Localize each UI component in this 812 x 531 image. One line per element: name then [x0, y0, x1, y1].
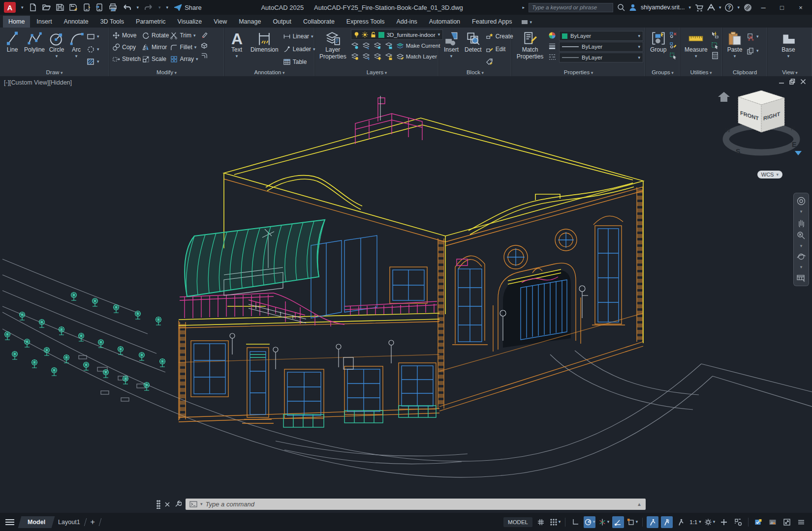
text-button[interactable]: A Text▾: [227, 30, 246, 67]
offset-icon[interactable]: [200, 52, 208, 59]
edit-attributes-button[interactable]: [486, 56, 513, 67]
tab-express-tools[interactable]: Express Tools: [341, 16, 390, 28]
tab-visualize[interactable]: Visualize: [172, 16, 208, 28]
save-as-button[interactable]: [69, 3, 78, 11]
wcs-selector[interactable]: WCS ▾: [757, 171, 782, 178]
rectangle-button[interactable]: ▾: [87, 31, 99, 42]
feedback-icon[interactable]: [744, 3, 752, 12]
tab-automation[interactable]: Automation: [424, 16, 466, 28]
tab-collaborate[interactable]: Collaborate: [298, 16, 340, 28]
command-input[interactable]: [206, 501, 634, 508]
gear-dropdown-icon[interactable]: ▾: [713, 520, 716, 524]
match-layer-button[interactable]: Match Layer: [396, 51, 437, 62]
annotation-panel-label[interactable]: Annotation: [224, 69, 314, 75]
command-bar[interactable]: ▾ ▲: [186, 499, 646, 510]
edit-block-button[interactable]: Edit: [486, 44, 513, 55]
workspace-settings-gear[interactable]: ▾: [704, 516, 716, 528]
lineweight-icon[interactable]: [548, 42, 556, 50]
mirror-button[interactable]: Mirror: [142, 42, 169, 53]
save-to-web-mobile-button[interactable]: [95, 3, 103, 11]
measure-button[interactable]: Measure▾: [683, 30, 709, 67]
layer-unisolate-icon[interactable]: [362, 42, 370, 50]
linear-dropdown-icon[interactable]: ▾: [311, 34, 313, 39]
stretch-button[interactable]: Stretch: [112, 54, 141, 65]
detect-button[interactable]: Detect: [463, 30, 483, 67]
isolate-objects-toggle[interactable]: [732, 516, 744, 528]
app-store-cart-icon[interactable]: [695, 4, 703, 11]
draw-panel-label[interactable]: Draw: [0, 69, 109, 75]
properties-panel-label[interactable]: Properties: [512, 69, 645, 75]
plot-button[interactable]: [109, 3, 117, 11]
snap-dropdown-icon[interactable]: ▾: [559, 520, 561, 524]
layer-lock-icon[interactable]: [385, 42, 393, 50]
cut-dropdown-icon[interactable]: ▾: [756, 34, 759, 39]
isoplane-toggle[interactable]: ▾: [598, 516, 610, 528]
tab-view[interactable]: View: [208, 16, 232, 28]
open-file-button[interactable]: [42, 3, 51, 11]
user-avatar-icon[interactable]: [629, 3, 637, 11]
signed-in-user[interactable]: shiyamdev.srit...: [641, 4, 685, 11]
open-from-web-mobile-button[interactable]: [83, 3, 90, 11]
linear-dimension-button[interactable]: Linear▾: [283, 31, 315, 42]
base-dropdown-icon[interactable]: ▾: [787, 54, 790, 59]
viewcube-menu-dropdown-icon[interactable]: [795, 151, 802, 155]
status-plus-button[interactable]: [718, 516, 730, 528]
maximize-button[interactable]: □: [775, 4, 789, 11]
linetype-select[interactable]: ByLayer ▾: [559, 53, 643, 62]
circle-dropdown-icon[interactable]: ▾: [56, 54, 58, 59]
layer-thaw-all-icon[interactable]: [374, 53, 381, 60]
polar-tracking-toggle[interactable]: ▾: [584, 516, 595, 528]
redo-dropdown-icon[interactable]: ▾: [158, 5, 161, 10]
insert-block-button[interactable]: Insert▾: [442, 30, 461, 67]
base-button[interactable]: Base▾: [775, 30, 802, 59]
autodesk-logo-icon[interactable]: [707, 4, 715, 11]
select-objects-icon[interactable]: [711, 41, 719, 49]
trusted-dwg-badge[interactable]: [752, 516, 764, 528]
trim-button[interactable]: Trim▾: [170, 30, 198, 41]
new-layout-button[interactable]: +: [91, 518, 95, 527]
redo-button[interactable]: [144, 4, 153, 11]
ungroup-icon[interactable]: [669, 31, 677, 39]
group-selection-icon[interactable]: [669, 52, 677, 59]
group-button[interactable]: Group: [649, 30, 668, 67]
osnap-dropdown-icon[interactable]: ▾: [636, 520, 638, 524]
compass-north-label[interactable]: N: [791, 125, 795, 132]
array-dropdown-icon[interactable]: ▾: [196, 57, 198, 61]
scale-button[interactable]: Scale: [142, 54, 169, 65]
table-button[interactable]: Table: [283, 56, 315, 67]
grid-toggle[interactable]: [535, 516, 547, 528]
zoom-extents-icon[interactable]: [796, 231, 806, 240]
layer-isolate-icon[interactable]: [351, 42, 359, 50]
commandline-customize-button[interactable]: [174, 501, 182, 508]
qat-customize-dropdown-icon[interactable]: ▾: [166, 5, 169, 10]
trim-dropdown-icon[interactable]: ▾: [193, 33, 196, 38]
tab-model[interactable]: Model: [18, 516, 55, 528]
insert-dropdown-icon[interactable]: ▾: [450, 54, 453, 59]
tab-annotate[interactable]: Annotate: [59, 16, 94, 28]
object-color-select[interactable]: ByLayer ▾: [559, 31, 643, 41]
rotate-button[interactable]: Rotate: [142, 30, 169, 41]
help-dropdown-icon[interactable]: ▾: [737, 5, 740, 10]
new-file-button[interactable]: [29, 3, 37, 11]
command-recent-dropdown-icon[interactable]: ▾: [200, 502, 203, 506]
hatch-button[interactable]: ▾: [87, 56, 99, 67]
tab-output[interactable]: Output: [267, 16, 297, 28]
hatch-dropdown-icon[interactable]: ▾: [97, 59, 99, 64]
navigation-wheel-dropdown-icon[interactable]: ▾: [800, 209, 803, 214]
make-current-button[interactable]: Make Current: [396, 40, 440, 52]
layer-walk-icon[interactable]: [362, 53, 370, 60]
viewcube-home-icon[interactable]: [718, 92, 730, 102]
ellipse-dropdown-icon[interactable]: ▾: [97, 47, 99, 52]
tab-parametric[interactable]: Parametric: [130, 16, 171, 28]
tab-manage[interactable]: Manage: [233, 16, 266, 28]
save-button[interactable]: [56, 3, 64, 11]
undo-button[interactable]: [123, 4, 131, 11]
annotation-scale-icon-button[interactable]: [675, 516, 687, 528]
tab-layout1[interactable]: Layout1: [58, 519, 80, 526]
clipboard-panel-label[interactable]: Clipboard: [722, 69, 767, 75]
view-panel-label[interactable]: View: [768, 69, 812, 75]
annotation-autoscale-toggle[interactable]: [661, 516, 673, 528]
paste-button[interactable]: Paste▾: [725, 30, 744, 67]
move-button[interactable]: Move: [112, 30, 141, 41]
annotation-scale-selector[interactable]: 1:1▾: [689, 516, 701, 528]
